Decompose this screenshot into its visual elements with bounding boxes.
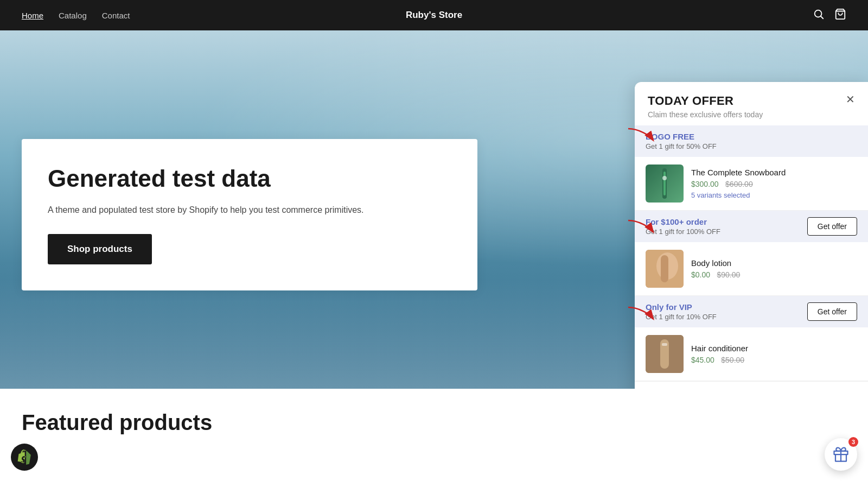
product-price-current-bodylotion: $0.00	[691, 270, 710, 279]
product-price-current-conditioner: $45.00	[691, 356, 714, 364]
offer-section-header-text-vip: Only for VIP Get 1 gift for 10% OFF	[646, 302, 717, 321]
nav-home[interactable]: Home	[22, 11, 43, 20]
product-info-conditioner: Hair conditioner $45.00 $50.00	[691, 344, 857, 365]
svg-rect-8	[661, 255, 668, 282]
featured-title-rest: eatured products	[35, 410, 212, 434]
offer-section-title-vip: Only for VIP	[646, 302, 717, 312]
product-name-conditioner: Hair conditioner	[691, 344, 857, 353]
offer-product-conditioner[interactable]: Hair conditioner $45.00 $50.00	[635, 327, 868, 381]
search-icon[interactable]	[813, 8, 825, 23]
product-name-bodylotion: Body lotion	[691, 258, 857, 268]
product-price-original-snowboard: $600.00	[725, 180, 753, 188]
nav-links: Home Catalog Contact	[22, 11, 130, 20]
svg-point-5	[662, 176, 667, 180]
offer-panel: TODAY OFFER ✕ Claim these exclusive offe…	[635, 82, 868, 389]
offer-section-header-bogo[interactable]: BOGO FREE Get 1 gift for 50% OFF	[635, 125, 868, 157]
offer-close-button[interactable]: ✕	[846, 94, 855, 105]
hero-card: Generated test data A theme and populate…	[22, 139, 477, 290]
gift-badge: 3	[848, 437, 858, 446]
offer-section-title-order100: For $100+ order	[646, 217, 720, 226]
svg-line-1	[821, 16, 823, 18]
navigation: Home Catalog Contact Ruby's Store	[0, 0, 868, 30]
product-image-snowboard	[646, 165, 684, 203]
product-price-original-bodylotion: $90.00	[717, 270, 741, 279]
store-name: Ruby's Store	[406, 10, 462, 21]
offer-section-vip: Only for VIP Get 1 gift for 10% OFF Get …	[635, 296, 868, 381]
featured-section: Featured products	[0, 389, 868, 446]
product-variants-snowboard: 5 variants selected	[691, 191, 857, 199]
product-image-bodylotion	[646, 250, 684, 288]
svg-rect-4	[663, 172, 666, 195]
product-image-conditioner	[646, 335, 684, 373]
nav-contact[interactable]: Contact	[102, 11, 130, 20]
product-name-snowboard: The Complete Snowboard	[691, 168, 857, 177]
get-offer-button-vip[interactable]: Get offer	[807, 302, 857, 321]
offer-footer: Powered by BOGOS.io	[635, 381, 868, 389]
hero-heading: Generated test data	[48, 165, 447, 193]
hero-subtext: A theme and populated test store by Shop…	[48, 204, 447, 217]
cart-icon[interactable]	[834, 8, 846, 23]
product-price-current-snowboard: $300.00	[691, 180, 719, 188]
offer-body: BOGO FREE Get 1 gift for 50% OFF The Com…	[635, 125, 868, 381]
offer-footer-text: Powered by	[715, 388, 754, 389]
offer-section-order100: For $100+ order Get 1 gift for 100% OFF …	[635, 211, 868, 296]
svg-point-0	[815, 10, 822, 17]
offer-header-top: TODAY OFFER ✕	[648, 94, 855, 108]
product-info-snowboard: The Complete Snowboard $300.00 $600.00 5…	[691, 168, 857, 199]
offer-product-snowboard[interactable]: The Complete Snowboard $300.00 $600.00 5…	[635, 157, 868, 211]
nav-actions	[813, 8, 846, 23]
offer-title: TODAY OFFER	[648, 94, 733, 108]
offer-header: TODAY OFFER ✕ Claim these exclusive offe…	[635, 82, 868, 125]
hero-section: Generated test data A theme and populate…	[0, 30, 868, 389]
offer-section-header-vip[interactable]: Only for VIP Get 1 gift for 10% OFF Get …	[635, 296, 868, 327]
offer-section-desc-vip: Get 1 gift for 10% OFF	[646, 313, 717, 321]
offer-section-header-text-order100: For $100+ order Get 1 gift for 100% OFF	[646, 217, 720, 236]
offer-product-bodylotion[interactable]: Body lotion $0.00 $90.00	[635, 242, 868, 296]
svg-rect-11	[662, 343, 667, 346]
featured-f-letter: F	[22, 410, 35, 434]
nav-catalog[interactable]: Catalog	[59, 11, 87, 20]
offer-section-header-order100[interactable]: For $100+ order Get 1 gift for 100% OFF …	[635, 211, 868, 242]
get-offer-button-order100[interactable]: Get offer	[807, 217, 857, 236]
offer-section-desc-bogo: Get 1 gift for 50% OFF	[646, 142, 857, 150]
bogos-link[interactable]: BOGOS.io	[754, 388, 787, 389]
offer-section-title-bogo: BOGO FREE	[646, 132, 857, 141]
product-price-original-conditioner: $50.00	[721, 356, 744, 364]
offer-section-bogo: BOGO FREE Get 1 gift for 50% OFF The Com…	[635, 125, 868, 211]
featured-title: Featured products	[22, 410, 846, 435]
offer-subtitle: Claim these exclusive offers today	[648, 110, 855, 119]
product-info-bodylotion: Body lotion $0.00 $90.00	[691, 258, 857, 280]
offer-section-desc-order100: Get 1 gift for 100% OFF	[646, 227, 720, 236]
shop-products-button[interactable]: Shop products	[48, 234, 152, 264]
